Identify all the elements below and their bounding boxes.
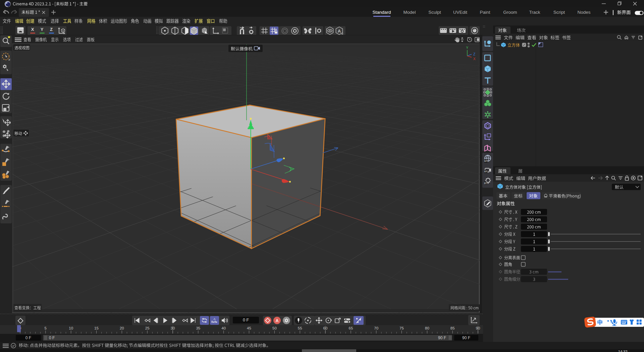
svg-text:85: 85 (450, 326, 455, 330)
svg-text:Y: Y (466, 46, 469, 50)
svg-text:35: 35 (196, 326, 200, 330)
svg-text:50: 50 (272, 326, 277, 330)
svg-text:40: 40 (221, 326, 226, 330)
svg-text:A: A (338, 29, 341, 34)
svg-text:15: 15 (94, 326, 99, 330)
svg-text:65: 65 (349, 326, 353, 330)
svg-text:ST: ST (484, 170, 488, 173)
svg-text:ST: ST (484, 182, 487, 184)
svg-text:5: 5 (45, 326, 47, 330)
svg-text:75: 75 (399, 326, 404, 330)
svg-text:A: A (276, 318, 279, 323)
svg-text:X: X (473, 57, 476, 61)
svg-text:25: 25 (145, 326, 150, 330)
svg-text:10: 10 (69, 326, 73, 330)
svg-text:70: 70 (374, 326, 378, 330)
svg-text:80: 80 (425, 326, 429, 330)
svg-text:ST: ST (484, 160, 488, 162)
svg-text:A: A (213, 317, 215, 321)
svg-text:55: 55 (298, 326, 302, 330)
svg-text:20: 20 (120, 326, 124, 330)
svg-text:Z: Z (473, 52, 475, 56)
svg-text:45: 45 (247, 326, 251, 330)
